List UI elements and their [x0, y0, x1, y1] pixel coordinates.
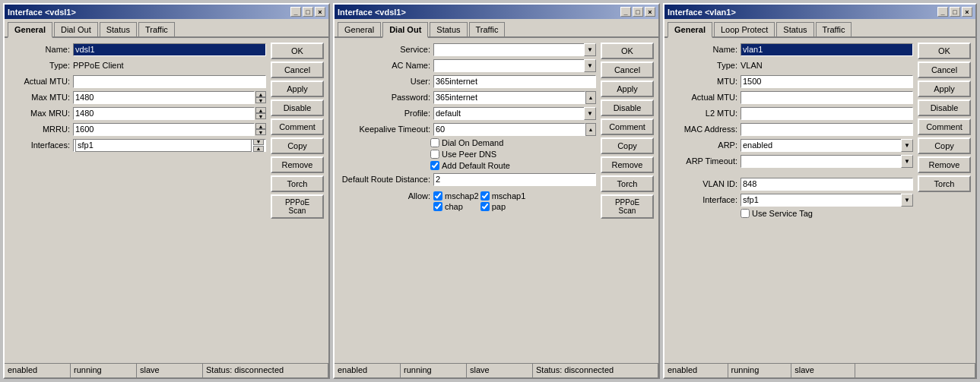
- tab-general-3[interactable]: General: [668, 22, 712, 38]
- tab-traffic-3[interactable]: Traffic: [816, 22, 852, 36]
- cancel-btn-2[interactable]: Cancel: [601, 62, 654, 78]
- minimize-btn-2[interactable]: _: [620, 7, 631, 17]
- remove-btn-3[interactable]: Remove: [918, 156, 971, 173]
- tab-dialout-1[interactable]: Dial Out: [54, 22, 98, 36]
- max-mru-input-1[interactable]: [73, 107, 255, 120]
- service-arrow-2[interactable]: ▼: [584, 43, 596, 56]
- cancel-btn-3[interactable]: Cancel: [918, 62, 971, 78]
- max-mru-down-1[interactable]: ▼: [255, 113, 266, 119]
- comment-btn-1[interactable]: Comment: [271, 118, 324, 135]
- actual-mtu-input-3[interactable]: [741, 91, 913, 104]
- copy-btn-1[interactable]: Copy: [271, 137, 324, 154]
- ac-name-input-2[interactable]: [433, 59, 596, 72]
- cancel-btn-1[interactable]: Cancel: [271, 62, 324, 78]
- mrru-input-1[interactable]: [73, 123, 255, 136]
- maximize-btn-3[interactable]: □: [950, 7, 960, 17]
- maximize-btn-1[interactable]: □: [303, 7, 313, 17]
- apply-btn-2[interactable]: Apply: [601, 81, 654, 97]
- maximize-btn-2[interactable]: □: [633, 7, 643, 17]
- name-input-1[interactable]: [73, 43, 266, 56]
- mrru-up-1[interactable]: ▲: [255, 123, 266, 129]
- service-input-2[interactable]: [433, 43, 596, 56]
- user-input-2[interactable]: [433, 75, 596, 88]
- interface-arrow-3[interactable]: ▼: [901, 194, 913, 207]
- pppoe-scan-btn-1[interactable]: PPPoE Scan: [271, 194, 324, 219]
- interface-input-3[interactable]: [741, 194, 913, 207]
- max-mru-up-1[interactable]: ▲: [255, 107, 266, 113]
- ok-btn-3[interactable]: OK: [918, 43, 971, 59]
- comment-btn-3[interactable]: Comment: [918, 118, 971, 135]
- mschap2-label-2[interactable]: mschap2: [433, 191, 479, 200]
- use-service-tag-label-3[interactable]: Use Service Tag: [741, 209, 813, 218]
- add-default-route-check-2[interactable]: [430, 161, 439, 170]
- use-peer-dns-label-2[interactable]: Use Peer DNS: [430, 150, 496, 159]
- profile-arrow-2[interactable]: ▼: [584, 107, 596, 120]
- mrru-down-1[interactable]: ▼: [255, 129, 266, 135]
- interfaces-scroll-up-1[interactable]: ▲: [253, 146, 264, 152]
- arp-input-3[interactable]: [741, 139, 913, 152]
- default-route-input-2[interactable]: [433, 173, 596, 186]
- max-mtu-input-1[interactable]: [73, 91, 255, 104]
- tab-traffic-2[interactable]: Traffic: [469, 22, 506, 36]
- minimize-btn-3[interactable]: _: [937, 7, 948, 17]
- max-mtu-up-1[interactable]: ▲: [255, 91, 266, 97]
- actual-mtu-input-1[interactable]: [73, 75, 266, 88]
- ok-btn-2[interactable]: OK: [601, 43, 654, 59]
- torch-btn-2[interactable]: Torch: [601, 175, 654, 192]
- tab-status-2[interactable]: Status: [430, 22, 467, 36]
- pap-check-2[interactable]: [480, 202, 490, 211]
- arp-arrow-3[interactable]: ▼: [901, 139, 913, 152]
- apply-btn-1[interactable]: Apply: [271, 81, 324, 97]
- tab-general-2[interactable]: General: [338, 22, 381, 36]
- interfaces-input-1[interactable]: [75, 139, 252, 152]
- mschap2-check-2[interactable]: [433, 191, 442, 200]
- tab-traffic-1[interactable]: Traffic: [138, 22, 175, 36]
- tab-status-3[interactable]: Status: [776, 22, 813, 36]
- l2-mtu-input-3[interactable]: [741, 107, 913, 120]
- torch-btn-3[interactable]: Torch: [918, 175, 971, 192]
- tab-dialout-2[interactable]: Dial Out: [382, 22, 428, 38]
- disable-btn-3[interactable]: Disable: [918, 99, 971, 116]
- tab-loopprotect-3[interactable]: Loop Protect: [714, 22, 775, 36]
- pppoe-scan-btn-2[interactable]: PPPoE Scan: [601, 194, 654, 219]
- close-btn-3[interactable]: ×: [962, 7, 972, 17]
- ok-btn-1[interactable]: OK: [271, 43, 324, 59]
- password-scroll-2[interactable]: ▲: [585, 91, 596, 104]
- apply-btn-3[interactable]: Apply: [918, 81, 971, 97]
- dial-on-demand-label-2[interactable]: Dial On Demand: [430, 138, 503, 147]
- arp-timeout-input-3[interactable]: [741, 155, 913, 168]
- chap-label-2[interactable]: chap: [433, 202, 479, 211]
- mtu-input-3[interactable]: [741, 75, 913, 88]
- close-btn-1[interactable]: ×: [315, 7, 325, 17]
- close-btn-2[interactable]: ×: [645, 7, 655, 17]
- max-mtu-down-1[interactable]: ▼: [255, 97, 266, 103]
- torch-btn-1[interactable]: Torch: [271, 175, 324, 192]
- arp-timeout-arrow-3[interactable]: ▼: [901, 155, 913, 168]
- pap-label-2[interactable]: pap: [480, 202, 526, 211]
- remove-btn-1[interactable]: Remove: [271, 156, 324, 173]
- minimize-btn-1[interactable]: _: [290, 7, 301, 17]
- copy-btn-3[interactable]: Copy: [918, 137, 971, 154]
- copy-btn-2[interactable]: Copy: [601, 137, 654, 154]
- disable-btn-2[interactable]: Disable: [601, 99, 654, 116]
- tab-general-1[interactable]: General: [8, 22, 52, 38]
- ac-name-arrow-2[interactable]: ▼: [584, 59, 596, 72]
- remove-btn-2[interactable]: Remove: [601, 156, 654, 173]
- chap-check-2[interactable]: [433, 202, 442, 211]
- mac-input-3[interactable]: [741, 123, 913, 136]
- password-input-2[interactable]: [433, 91, 585, 104]
- tab-status-1[interactable]: Status: [100, 22, 137, 36]
- vlan-id-input-3[interactable]: [741, 178, 913, 191]
- mschap1-check-2[interactable]: [480, 191, 490, 200]
- name-input-3[interactable]: [741, 43, 913, 56]
- comment-btn-2[interactable]: Comment: [601, 118, 654, 135]
- add-default-route-label-2[interactable]: Add Default Route: [430, 161, 510, 170]
- profile-input-2[interactable]: [433, 107, 596, 120]
- keepalive-input-2[interactable]: [433, 123, 585, 136]
- dial-on-demand-check-2[interactable]: [430, 138, 439, 147]
- use-peer-dns-check-2[interactable]: [430, 150, 439, 159]
- disable-btn-1[interactable]: Disable: [271, 99, 324, 116]
- use-service-tag-check-3[interactable]: [741, 209, 750, 218]
- keepalive-scroll-2[interactable]: ▲: [585, 123, 596, 136]
- interfaces-arrow-down-1[interactable]: ▼: [253, 139, 264, 145]
